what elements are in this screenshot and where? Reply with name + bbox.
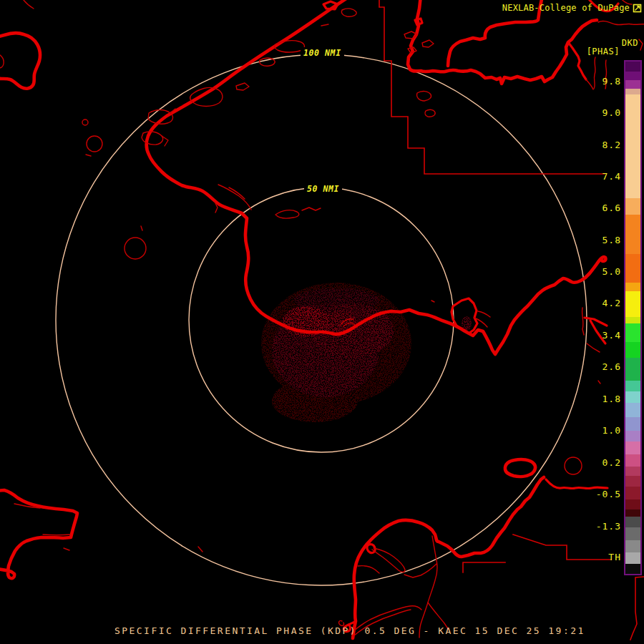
colorbar-segment xyxy=(625,215,640,254)
colorbar-segment xyxy=(625,476,640,487)
colorbar-segment xyxy=(625,198,640,215)
colorbar-segment xyxy=(625,403,640,417)
colorbar-label: 9.0 xyxy=(585,107,621,118)
colorbar-segment xyxy=(625,509,640,517)
colorbar-segment xyxy=(625,467,640,476)
colorbar-label: 9.8 xyxy=(585,76,621,87)
coast-bottom-east xyxy=(546,479,608,489)
brand-title: NEXLAB-College of DuPage xyxy=(502,3,630,13)
colorbar-label: 8.2 xyxy=(585,140,621,150)
colorbar-segment xyxy=(625,94,640,198)
radar-map xyxy=(0,0,644,644)
colorbar-segment xyxy=(625,72,640,80)
colorbar-label: 5.8 xyxy=(585,235,621,245)
colorbar-segment xyxy=(625,80,640,89)
colorbar-segment xyxy=(625,283,640,291)
small-circle-mid xyxy=(125,238,146,259)
coast-topedge-line xyxy=(598,21,644,24)
colorbar-segment xyxy=(625,391,640,403)
coast-top-left-blob xyxy=(0,33,40,88)
colorbar-segment xyxy=(625,317,640,323)
colorbar xyxy=(624,60,642,575)
colorbar-segment xyxy=(625,342,640,358)
colorbar-label: 6.6 xyxy=(585,203,621,213)
colorbar-segment xyxy=(625,441,640,454)
colorbar-label: 4.2 xyxy=(585,298,621,308)
colorbar-label: TH xyxy=(585,552,621,562)
colorbar-label: -1.3 xyxy=(585,521,621,532)
colorbar-segment xyxy=(625,62,640,72)
small-circle-br xyxy=(565,457,582,474)
boundary-lines xyxy=(379,0,644,640)
colorbar-segment xyxy=(625,358,640,381)
colorbar-segment xyxy=(625,552,640,564)
colorbar-segment xyxy=(625,564,640,574)
colorbar-label: 7.4 xyxy=(585,171,621,182)
colorbar-segment xyxy=(625,527,640,540)
colorbar-segment xyxy=(625,89,640,94)
product-units: [PHAS] xyxy=(587,47,620,57)
coast-branch-se xyxy=(568,42,586,79)
coast-bottom-left xyxy=(0,490,77,578)
colorbar-label: 1.8 xyxy=(585,394,621,404)
colorbar-segment xyxy=(625,540,640,552)
product-code: DKD xyxy=(622,38,638,48)
colorbar-segment xyxy=(625,517,640,527)
product-caption: SPECIFIC DIFFERENTIAL PHASE (KDP) 0.5 DE… xyxy=(114,625,585,636)
colorbar-label: -0.5 xyxy=(585,489,621,499)
colorbar-segment xyxy=(625,291,640,317)
colorbar-segment xyxy=(625,323,640,342)
boundary-right-edge xyxy=(630,577,644,640)
brand: NEXLAB-College of DuPage xyxy=(502,3,642,13)
colorbar-label: 1.0 xyxy=(585,425,621,436)
island-rivers xyxy=(351,536,449,638)
colorbar-segment xyxy=(625,381,640,391)
radar-display: NEXLAB-College of DuPage DKD [PHAS] 100 … xyxy=(0,0,644,644)
colorbar-label: 3.4 xyxy=(585,330,621,341)
ring-label-50nmi: 50 NMI xyxy=(304,183,342,195)
colorbar-label: 5.0 xyxy=(585,266,621,277)
lake-ring xyxy=(505,459,535,477)
colorbar-segment xyxy=(625,499,640,509)
colorbar-segment xyxy=(625,254,640,283)
ring-label-100nmi: 100 NMI xyxy=(301,47,344,59)
colorbar-segment xyxy=(625,454,640,467)
colorbar-segment xyxy=(625,431,640,441)
coast-right-mid xyxy=(585,318,607,326)
external-link-icon xyxy=(633,4,642,13)
radar-echo xyxy=(261,283,472,422)
colorbar-label: 0.2 xyxy=(585,457,621,468)
colorbar-label: 2.6 xyxy=(585,361,621,372)
colorbar-segment xyxy=(625,417,640,431)
small-circle-left xyxy=(87,136,102,152)
colorbar-segment xyxy=(625,487,640,499)
